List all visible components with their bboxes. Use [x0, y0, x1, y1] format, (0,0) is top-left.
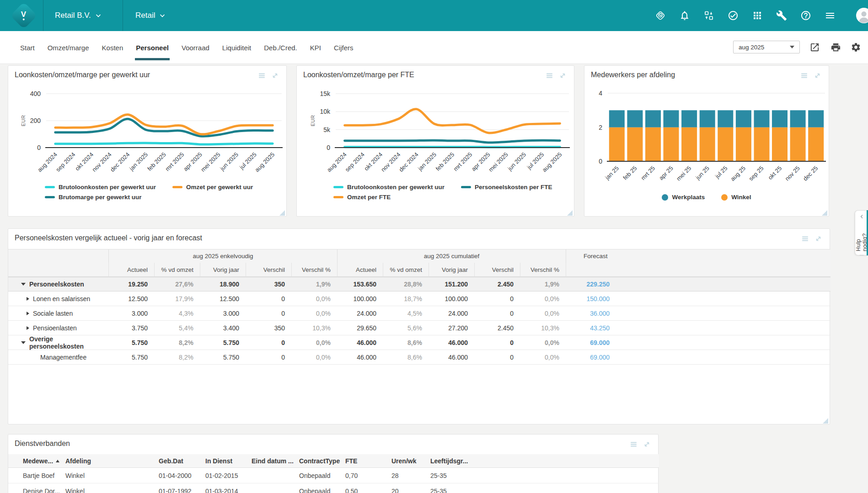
- top-header: V Retail B.V. Retail: [0, 0, 868, 31]
- tab-kpi[interactable]: KPI: [304, 31, 327, 64]
- panel-menu-icon[interactable]: [800, 71, 809, 80]
- value-cell: 0,0%: [520, 292, 566, 306]
- row-label[interactable]: Overige personeelskosten: [8, 335, 108, 350]
- resize-handle-icon[interactable]: [823, 417, 828, 423]
- resize-handle-icon[interactable]: [279, 209, 285, 215]
- expand-arrow-icon[interactable]: [27, 326, 29, 330]
- period-dropdown[interactable]: aug 2025: [733, 41, 800, 53]
- chart-legend: Brutoloonkosten per gewerkt uurPersoneel…: [333, 184, 562, 201]
- row-label[interactable]: Sociale lasten: [8, 306, 108, 320]
- dashboard-selector[interactable]: Retail: [135, 0, 165, 31]
- filler-cell: [616, 321, 830, 335]
- svg-text:5k: 5k: [323, 126, 331, 133]
- column-header-leeftijdsgr-[interactable]: Leeftijdsgr...: [430, 457, 659, 465]
- settings-gear-icon[interactable]: [851, 42, 861, 53]
- panel-expand-icon[interactable]: [558, 71, 567, 80]
- help-icon[interactable]: [800, 10, 811, 21]
- value-cell: 0: [474, 292, 520, 306]
- row-label[interactable]: Managementfee: [8, 350, 108, 364]
- monitor-icon[interactable]: [655, 10, 666, 21]
- tab-voorraad[interactable]: Voorraad: [175, 31, 216, 64]
- table-row[interactable]: Overige personeelskosten5.7508,2%5.75000…: [8, 335, 830, 350]
- panel-title: Personeelskosten vergelijk actueel - vor…: [15, 234, 202, 242]
- legend-item-werkplaats[interactable]: Werkplaats: [662, 194, 705, 201]
- value-cell: 10,3%: [520, 321, 566, 335]
- table-row[interactable]: Managementfee5.7508,2%5.75000,0%46.0008,…: [8, 350, 830, 365]
- app-logo[interactable]: V: [10, 2, 37, 29]
- value-cell: 4,5%: [383, 306, 429, 320]
- column-header-afdeling[interactable]: Afdeling: [65, 457, 159, 465]
- svg-text:mei 2025: mei 2025: [199, 151, 221, 173]
- panel-menu-icon[interactable]: [629, 440, 638, 449]
- tab-deb-cred[interactable]: Deb./Cred.: [257, 31, 304, 64]
- caret-down-icon: [790, 46, 794, 48]
- expand-arrow-icon[interactable]: [27, 297, 29, 301]
- panel-expand-icon[interactable]: [643, 440, 651, 449]
- tasks-icon[interactable]: [728, 10, 739, 21]
- notifications-icon[interactable]: [679, 10, 690, 21]
- column-header-uren-wk[interactable]: Uren/wk: [391, 457, 430, 465]
- tab-start[interactable]: Start: [14, 31, 41, 64]
- value-cell: 153.650: [337, 277, 383, 291]
- row-label-text: Personeelskosten: [29, 281, 84, 288]
- filler-cell: [616, 292, 830, 306]
- collapse-arrow-icon[interactable]: [21, 341, 26, 344]
- sync-icon[interactable]: [703, 10, 714, 21]
- share-icon[interactable]: [809, 42, 820, 53]
- print-icon[interactable]: [830, 42, 841, 53]
- panel-menu-icon[interactable]: [257, 71, 266, 80]
- value-cell: 0: [246, 306, 291, 320]
- tab-personeel[interactable]: Personeel: [129, 31, 175, 64]
- tab-omzet-marge[interactable]: Omzet/marge: [41, 31, 96, 64]
- row-label[interactable]: Pensioenlasten: [8, 321, 108, 335]
- resize-handle-icon[interactable]: [567, 209, 573, 215]
- svg-text:nov 2024: nov 2024: [91, 151, 113, 173]
- tab-cijfers[interactable]: Cijfers: [327, 31, 360, 64]
- menu-icon[interactable]: [825, 10, 836, 21]
- help-side-tab[interactable]: Hulp nodig? ...: [855, 210, 868, 255]
- header-divider: [43, 0, 43, 31]
- table-row[interactable]: Sociale lasten3.0004,3%3.00000,0%24.0004…: [8, 306, 830, 321]
- company-selector[interactable]: Retail B.V.: [55, 0, 101, 31]
- svg-text:0: 0: [327, 144, 330, 151]
- table-row[interactable]: Personeelskosten19.25027,6%18.9003501,9%…: [8, 277, 830, 292]
- tab-liquiditeit[interactable]: Liquiditeit: [216, 31, 257, 64]
- svg-text:jul 2025: jul 2025: [238, 151, 258, 171]
- panel-menu-icon[interactable]: [545, 71, 554, 80]
- legend-item-omzet-per-gewerkt-uur[interactable]: Omzet per gewerkt uur: [172, 184, 253, 191]
- column-header-medewe-[interactable]: Medewe...: [23, 457, 65, 465]
- panel-expand-icon[interactable]: [271, 71, 279, 80]
- column-header-geb-dat[interactable]: Geb.Dat: [159, 457, 205, 465]
- legend-item-brutoloonkosten-per-gewerkt-uur[interactable]: Brutoloonkosten per gewerkt uur: [45, 184, 156, 191]
- tools-icon[interactable]: [776, 10, 787, 21]
- panel-expand-icon[interactable]: [814, 234, 823, 243]
- table-row[interactable]: Pensioenlasten3.7505,4%3.40035010,3%29.6…: [8, 321, 830, 335]
- legend-item-omzet-per-fte[interactable]: Omzet per FTE: [333, 194, 391, 201]
- column-header-eind-datum-[interactable]: Eind datum ...: [252, 457, 299, 465]
- resize-handle-icon[interactable]: [822, 209, 827, 215]
- expand-arrow-icon[interactable]: [27, 312, 29, 315]
- legend-item-winkel[interactable]: Winkel: [721, 194, 751, 201]
- collapse-arrow-icon[interactable]: [21, 283, 26, 286]
- column-header-in-dienst[interactable]: In Dienst: [205, 457, 252, 465]
- employment-row[interactable]: Denise Dor...Winkel01-07-199201-03-2014O…: [8, 483, 659, 493]
- row-label[interactable]: Lonen en salarissen: [8, 292, 108, 306]
- employment-row[interactable]: Bartje BoefWinkel01-04-200001-02-2015Onb…: [8, 468, 659, 483]
- column-header-contracttype[interactable]: ContractType: [299, 457, 345, 465]
- table-column-header: % vd omzet: [383, 263, 429, 277]
- apps-icon[interactable]: [752, 10, 763, 21]
- row-label[interactable]: Personeelskosten: [8, 277, 108, 291]
- legend-item-brutomarge-per-gewerkt-uur[interactable]: Brutomarge per gewerkt uur: [45, 194, 142, 201]
- legend-label: Winkel: [731, 194, 751, 201]
- svg-text:apr 2025: apr 2025: [470, 151, 492, 173]
- tab-kosten[interactable]: Kosten: [96, 31, 130, 64]
- panel-menu-icon[interactable]: [801, 234, 809, 243]
- panel-expand-icon[interactable]: [813, 71, 822, 80]
- user-menu[interactable]: [856, 8, 868, 23]
- row-label-text: Sociale lasten: [33, 310, 73, 317]
- svg-text:mei 25: mei 25: [675, 165, 692, 182]
- table-row[interactable]: Lonen en salarissen12.50017,9%12.50000,0…: [8, 292, 830, 306]
- column-header-fte[interactable]: FTE: [345, 457, 391, 465]
- legend-item-brutoloonkosten-per-gewerkt-uur[interactable]: Brutoloonkosten per gewerkt uur: [333, 184, 445, 191]
- legend-item-personeelskosten-per-fte[interactable]: Personeelskosten per FTE: [461, 184, 552, 191]
